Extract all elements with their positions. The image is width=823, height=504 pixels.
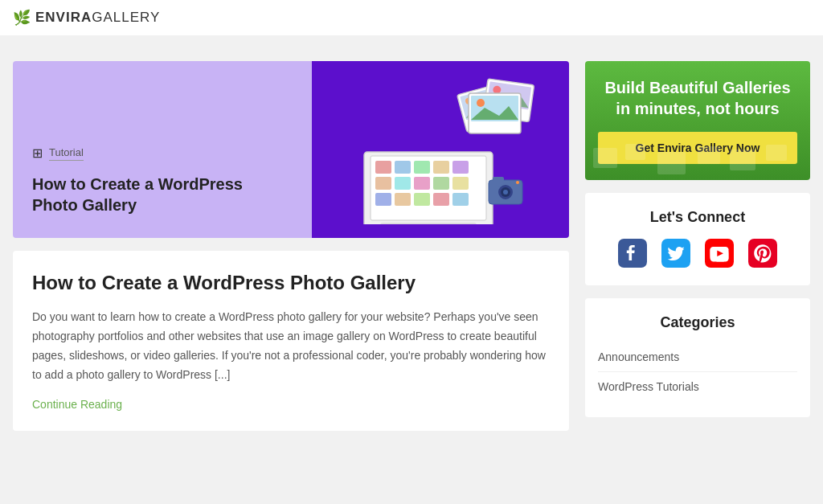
tutorial-label: Tutorial bbox=[49, 146, 84, 161]
twitter-svg bbox=[661, 239, 690, 268]
svg-rect-16 bbox=[452, 193, 469, 206]
logo-text: ENVIRAGALLERY bbox=[35, 10, 160, 26]
continue-reading-link[interactable]: Continue Reading bbox=[32, 398, 122, 411]
svg-rect-8 bbox=[395, 177, 411, 190]
svg-rect-14 bbox=[414, 193, 430, 206]
svg-rect-37 bbox=[625, 144, 645, 160]
svg-rect-10 bbox=[433, 177, 449, 190]
hero-card: ⊞ Tutorial How to Create a WordPress Pho… bbox=[13, 61, 569, 238]
svg-rect-40 bbox=[730, 150, 755, 170]
tutorial-icon: ⊞ bbox=[32, 145, 43, 161]
logo-leaf-icon: 🌿 bbox=[13, 10, 31, 25]
svg-rect-11 bbox=[452, 177, 469, 190]
svg-rect-9 bbox=[414, 177, 430, 190]
svg-rect-45 bbox=[748, 239, 777, 268]
svg-rect-39 bbox=[698, 146, 720, 164]
article-card: How to Create a WordPress Photo Gallery … bbox=[13, 251, 569, 431]
article-title: How to Create a WordPress Photo Gallery bbox=[32, 270, 550, 295]
sidebar-column: Build Beautiful Galleries in minutes, no… bbox=[585, 61, 810, 431]
svg-rect-15 bbox=[433, 193, 449, 206]
svg-rect-3 bbox=[395, 161, 411, 174]
youtube-icon[interactable] bbox=[703, 237, 735, 269]
svg-point-35 bbox=[516, 181, 519, 184]
social-icons-row bbox=[598, 237, 797, 269]
category-item-1[interactable]: WordPress Tutorials bbox=[598, 372, 797, 401]
categories-card: Categories Announcements WordPress Tutor… bbox=[585, 298, 810, 417]
hero-title: How to Create a WordPress Photo Gallery bbox=[32, 174, 293, 215]
svg-rect-41 bbox=[766, 145, 787, 161]
svg-rect-17 bbox=[380, 223, 477, 224]
svg-rect-2 bbox=[375, 161, 391, 174]
hero-illustration bbox=[312, 61, 569, 238]
tutorial-badge: ⊞ Tutorial bbox=[32, 145, 293, 161]
svg-rect-13 bbox=[395, 193, 411, 206]
article-excerpt: Do you want to learn how to create a Wor… bbox=[32, 308, 550, 384]
category-item-0[interactable]: Announcements bbox=[598, 342, 797, 372]
svg-rect-36 bbox=[593, 148, 617, 168]
logo-area[interactable]: 🌿 ENVIRAGALLERY bbox=[13, 10, 160, 26]
twitter-icon[interactable] bbox=[660, 237, 692, 269]
svg-rect-38 bbox=[657, 152, 686, 174]
gallery-illustration-svg bbox=[340, 76, 541, 224]
svg-rect-7 bbox=[375, 177, 391, 190]
cta-bg-decoration bbox=[585, 140, 810, 180]
connect-title: Let's Connect bbox=[598, 209, 797, 226]
pinterest-icon[interactable] bbox=[747, 237, 779, 269]
cta-banner: Build Beautiful Galleries in minutes, no… bbox=[585, 61, 810, 180]
hero-left: ⊞ Tutorial How to Create a WordPress Pho… bbox=[13, 61, 312, 238]
main-column: ⊞ Tutorial How to Create a WordPress Pho… bbox=[13, 61, 569, 431]
svg-rect-5 bbox=[433, 161, 449, 174]
svg-rect-12 bbox=[375, 193, 391, 206]
svg-point-28 bbox=[477, 99, 485, 107]
cta-banner-title: Build Beautiful Galleries in minutes, no… bbox=[598, 77, 797, 119]
categories-title: Categories bbox=[598, 314, 797, 331]
facebook-svg bbox=[618, 239, 647, 268]
youtube-svg bbox=[705, 239, 734, 268]
svg-rect-6 bbox=[452, 161, 469, 174]
connect-card: Let's Connect bbox=[585, 193, 810, 285]
pinterest-svg bbox=[748, 239, 777, 268]
facebook-icon[interactable] bbox=[616, 237, 649, 269]
svg-rect-4 bbox=[414, 161, 430, 174]
svg-rect-44 bbox=[705, 239, 734, 268]
svg-rect-34 bbox=[493, 177, 504, 182]
svg-point-33 bbox=[503, 190, 508, 195]
site-header: 🌿 ENVIRAGALLERY bbox=[0, 0, 823, 35]
